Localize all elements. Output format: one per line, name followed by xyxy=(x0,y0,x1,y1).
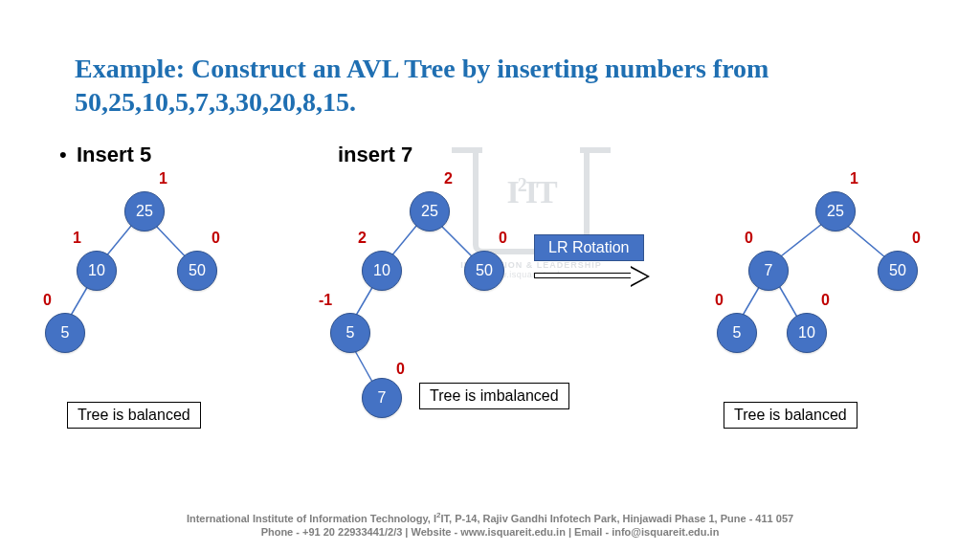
watermark-tagline: INNOVATION & LEADERSHIP xyxy=(431,260,632,270)
rotation-arrow-icon xyxy=(534,273,632,278)
tree3-node-25: 25 xyxy=(815,191,856,231)
slide-footer: International Institute of Information T… xyxy=(0,511,980,540)
tree2-node-50: 50 xyxy=(464,251,504,291)
tree2-node-5: 5 xyxy=(330,313,370,353)
tree1-node-10: 10 xyxy=(77,251,117,291)
watermark-brand: I2IT xyxy=(479,153,584,210)
tree2-bf-10: 2 xyxy=(358,230,367,247)
rotation-label: LR Rotation xyxy=(534,234,644,261)
tree1-bf-50: 0 xyxy=(212,230,220,247)
tree3-bf-5: 0 xyxy=(715,292,724,309)
bullet-dot: • xyxy=(59,143,67,167)
tree1-node-5: 5 xyxy=(45,313,85,353)
tree1-caption: Tree is balanced xyxy=(67,402,201,429)
slide-title: Example: Construct an AVL Tree by insert… xyxy=(75,52,917,119)
tree2-bf-7: 0 xyxy=(396,361,405,378)
tree3-node-10: 10 xyxy=(787,313,827,353)
tree3-node-5: 5 xyxy=(717,313,757,353)
tree2-bf-50: 0 xyxy=(499,230,507,247)
tree2-bf-5: -1 xyxy=(319,292,332,309)
tree1-node-50: 50 xyxy=(177,251,217,291)
tree1-bf-5: 0 xyxy=(43,292,52,309)
tree2-node-10: 10 xyxy=(362,251,402,291)
tree3-node-7: 7 xyxy=(748,251,789,291)
tree2-bf-25: 2 xyxy=(444,170,453,187)
tree1-bf-25: 1 xyxy=(159,170,167,187)
tree1-node-25: 25 xyxy=(124,191,165,231)
footer-line1: International Institute of Information T… xyxy=(0,511,980,526)
tree2-caption: Tree is imbalanced xyxy=(419,383,569,409)
tree3-caption: Tree is balanced xyxy=(724,402,858,429)
subhead-insert-5: Insert 5 xyxy=(77,143,151,167)
tree3-bf-25: 1 xyxy=(850,170,858,187)
tree3-bf-7: 0 xyxy=(745,230,753,247)
subhead-insert-7: insert 7 xyxy=(338,143,412,167)
tree3-bf-50: 0 xyxy=(912,230,921,247)
tree2-node-7: 7 xyxy=(362,378,402,418)
footer-line2: Phone - +91 20 22933441/2/3 | Website - … xyxy=(0,525,980,540)
tree2-node-25: 25 xyxy=(410,191,450,231)
tree3-node-50: 50 xyxy=(878,251,918,291)
tree1-bf-10: 1 xyxy=(73,230,81,247)
tree3-bf-10: 0 xyxy=(821,292,830,309)
